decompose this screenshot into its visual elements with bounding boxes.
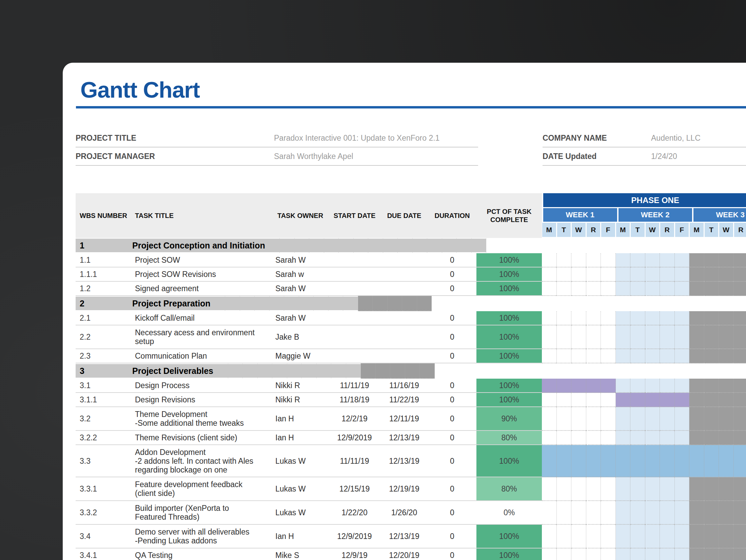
gantt-day-cell[interactable] [734,325,746,349]
gantt-day-cell[interactable] [704,393,719,407]
gantt-day-cell[interactable] [616,445,631,477]
gantt-day-cell[interactable] [571,393,586,407]
pct-complete-cell[interactable]: 100% [476,445,542,477]
due-date-cell[interactable] [380,349,428,363]
task-title-cell[interactable]: Design Process [132,379,272,392]
gantt-day-cell[interactable] [586,407,601,431]
task-title-cell[interactable]: Theme Development-Some additional theme … [132,407,272,430]
gantt-day-cell[interactable] [660,325,675,349]
task-owner-cell[interactable]: Jake B [272,325,329,348]
wbs-cell[interactable]: 3.3 [76,445,132,477]
wbs-cell[interactable]: 2.3 [76,349,132,363]
gantt-day-cell[interactable] [616,477,631,501]
gantt-day-cell[interactable] [616,431,631,445]
task-owner-cell[interactable]: Lukas W [272,445,329,477]
task-title-cell[interactable]: Project SOW [132,253,272,267]
gantt-day-cell[interactable] [630,393,645,407]
gantt-day-cell[interactable] [616,525,631,548]
gantt-day-cell[interactable] [601,253,616,267]
gantt-day-cell[interactable] [689,253,704,267]
wbs-cell[interactable]: 2.2 [76,325,132,348]
gantt-day-cell[interactable] [373,296,388,311]
day-header-cell[interactable]: M [616,223,631,237]
gantt-day-cell[interactable] [586,431,601,445]
pct-complete-cell[interactable]: 80% [476,431,542,444]
start-date-cell[interactable] [329,267,380,281]
duration-cell[interactable]: 0 [428,445,476,477]
gantt-day-cell[interactable] [542,431,557,445]
gantt-day-cell[interactable] [616,311,631,325]
task-owner-cell[interactable]: Mike S [272,548,329,560]
gantt-day-cell[interactable] [645,393,660,407]
gantt-day-cell[interactable] [557,445,572,477]
gantt-day-cell[interactable] [571,325,586,349]
pct-complete-cell[interactable]: 100% [476,379,542,392]
task-owner-cell[interactable]: Lukas W [272,501,329,524]
wbs-cell[interactable]: 1.1.1 [76,267,132,281]
task-owner-cell[interactable]: Nikki R [272,393,329,406]
gantt-day-cell[interactable] [719,325,734,349]
gantt-day-cell[interactable] [689,311,704,325]
pct-complete-cell[interactable]: 100% [476,253,542,267]
gantt-day-cell[interactable] [616,253,631,267]
gantt-day-cell[interactable] [557,407,572,431]
gantt-day-cell[interactable] [719,267,734,282]
gantt-day-cell[interactable] [675,445,690,477]
gantt-day-cell[interactable] [704,349,719,363]
gantt-day-cell[interactable] [601,548,616,560]
gantt-day-cell[interactable] [660,501,675,525]
task-owner-cell[interactable]: Sarah w [272,267,329,281]
gantt-day-cell[interactable] [675,525,690,548]
task-title-cell[interactable]: Theme Revisions (client side) [132,431,272,444]
task-title-cell[interactable]: Kickoff Call/email [132,311,272,325]
gantt-day-cell[interactable] [243,363,258,379]
gantt-day-cell[interactable] [616,349,631,363]
gantt-day-cell[interactable] [675,325,690,349]
gantt-day-cell[interactable] [689,267,704,282]
gantt-day-cell[interactable] [472,238,487,253]
gantt-day-cell[interactable] [704,525,719,548]
gantt-day-cell[interactable] [309,238,324,253]
gantt-day-cell[interactable] [586,548,601,560]
gantt-day-cell[interactable] [630,431,645,445]
gantt-day-cell[interactable] [571,431,586,445]
gantt-day-cell[interactable] [228,363,243,379]
task-title-cell[interactable]: Necessary acess and environmentsetup [132,325,272,348]
due-date-cell[interactable]: 1/26/20 [380,501,428,524]
day-header-cell[interactable]: R [586,223,601,237]
gantt-day-cell[interactable] [542,282,557,296]
gantt-day-cell[interactable] [675,477,690,501]
gantt-day-cell[interactable] [557,282,572,296]
pct-complete-cell[interactable]: 100% [476,311,542,325]
task-title-cell[interactable]: QA Testing [132,548,272,560]
duration-cell[interactable]: 0 [428,267,476,281]
gantt-day-cell[interactable] [689,393,704,407]
gantt-day-cell[interactable] [601,477,616,501]
gantt-day-cell[interactable] [689,325,704,349]
gantt-day-cell[interactable] [675,379,690,393]
gantt-day-cell[interactable] [557,349,572,363]
day-header-cell[interactable]: M [689,223,704,237]
gantt-day-cell[interactable] [689,349,704,363]
gantt-day-cell[interactable] [719,548,734,560]
gantt-day-cell[interactable] [571,379,586,393]
gantt-day-cell[interactable] [571,253,586,267]
gantt-day-cell[interactable] [586,282,601,296]
gantt-day-cell[interactable] [361,363,376,379]
gantt-day-cell[interactable] [630,501,645,525]
due-date-cell[interactable]: 12/13/19 [380,445,428,477]
gantt-day-cell[interactable] [675,311,690,325]
wbs-cell[interactable]: 2.1 [76,311,132,325]
gantt-day-cell[interactable] [586,445,601,477]
gantt-day-cell[interactable] [704,548,719,560]
gantt-day-cell[interactable] [660,282,675,296]
gantt-day-cell[interactable] [734,267,746,282]
wbs-cell[interactable]: 3.4 [76,525,132,548]
gantt-day-cell[interactable] [601,349,616,363]
gantt-day-cell[interactable] [270,296,284,311]
gantt-day-cell[interactable] [331,363,346,379]
gantt-day-cell[interactable] [586,379,601,393]
day-header-cell[interactable]: F [675,223,690,237]
wbs-cell[interactable]: 3.1.1 [76,393,132,406]
gantt-day-cell[interactable] [417,296,432,311]
